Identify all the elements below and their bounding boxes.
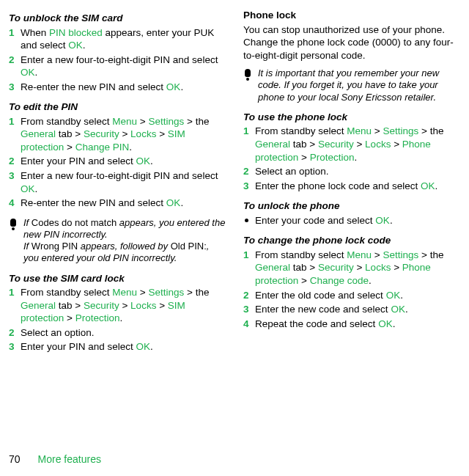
note-remember-code: It is important that you remember your n… [243, 67, 460, 103]
ui-term: Menu [112, 287, 137, 298]
step-number: 1 [9, 115, 15, 128]
bullet-step: Enter your code and select OK. [243, 214, 460, 227]
ui-term: Security [84, 128, 119, 139]
ui-term: OK [136, 341, 151, 352]
ui-term: OK [21, 67, 35, 78]
ui-term: OK [391, 304, 405, 315]
ui-term: OK [68, 40, 83, 51]
ui-term: Change code [310, 275, 369, 286]
step-text: Re-enter the new PIN and select OK. [21, 197, 183, 208]
step-text: When PIN blocked appears, enter your PUK… [21, 27, 214, 51]
step-text: Enter the old code and select OK. [255, 290, 403, 301]
step: 2 Enter a new four-to-eight-digit PIN an… [9, 54, 226, 79]
step-text: Select an option. [21, 327, 95, 338]
ui-term: General [21, 300, 56, 311]
page-footer: 70 More features [0, 453, 101, 466]
ui-term: OK [166, 197, 181, 208]
step-text: From standby select Menu > Settings > th… [21, 287, 209, 323]
steps-sim-lock: 1 From standby select Menu > Settings > … [9, 286, 226, 354]
step-text: Re-enter the new PIN and select OK. [21, 81, 183, 92]
step-text: Enter your code and select OK. [255, 215, 393, 226]
steps-change-code: 1 From standby select Menu > Settings > … [243, 249, 460, 330]
heading-edit-pin: To edit the PIN [9, 100, 226, 114]
ui-term: OK [21, 183, 35, 194]
step: 3 Enter the phone lock code and select O… [243, 180, 460, 193]
step: 3 Re-enter the new PIN and select OK. [9, 81, 226, 94]
ui-term: Change PIN [75, 142, 130, 153]
step: 1 When PIN blocked appears, enter your P… [9, 26, 226, 52]
ui-term: General [255, 262, 290, 273]
ui-term: OK [386, 290, 401, 301]
heading-change-code: To change the phone lock code [243, 234, 460, 247]
note-text: If Codes do not match appears, you enter… [23, 217, 226, 265]
step-number: 4 [243, 318, 249, 331]
step-number: 2 [243, 165, 249, 178]
ui-term: Locks [365, 262, 391, 273]
step-text: Enter a new four-to-eight-digit PIN and … [21, 170, 218, 194]
step-text: Enter your PIN and select OK. [21, 341, 153, 352]
steps-use-phone-lock: 1 From standby select Menu > Settings > … [243, 125, 460, 192]
step: 3 Enter your PIN and select OK. [9, 340, 226, 354]
ui-term: OK [136, 155, 151, 166]
step: 1 From standby select Menu > Settings > … [9, 115, 226, 154]
info-icon [243, 67, 252, 103]
ui-term: Protection [75, 312, 120, 323]
left-column: To unblock the SIM card 1 When PIN block… [9, 9, 226, 361]
step-text: Select an option. [255, 166, 329, 177]
step-number: 3 [243, 180, 249, 193]
step-number: 2 [9, 155, 15, 168]
step-number: 1 [9, 26, 15, 40]
step-number: 4 [9, 197, 15, 210]
ui-term: Menu [347, 249, 372, 260]
step-text: Repeat the code and select OK. [255, 318, 395, 329]
note-text: It is important that you remember your n… [258, 67, 460, 103]
step-number: 1 [243, 249, 249, 262]
page-number: 70 [9, 453, 21, 466]
ui-term: OK [166, 81, 181, 92]
ui-term: Security [318, 139, 354, 150]
ui-term: PIN blocked [49, 27, 103, 38]
step-text: Enter the phone lock code and select OK. [255, 180, 437, 191]
right-column: Phone lock You can stop unauthorized use… [243, 9, 460, 361]
info-icon [9, 217, 18, 265]
step-number: 1 [243, 125, 249, 138]
ui-term: General [21, 128, 56, 139]
step-text: Enter the new code and select OK. [255, 304, 408, 315]
ui-term: Settings [383, 249, 418, 260]
step: 3 Enter the new code and select OK. [243, 303, 460, 316]
ui-term: OK [375, 215, 390, 226]
step: 2 Select an option. [9, 326, 226, 340]
step: 1 From standby select Menu > Settings > … [243, 249, 460, 288]
step-text: Enter a new four-to-eight-digit PIN and … [21, 54, 218, 78]
step: 1 From standby select Menu > Settings > … [243, 125, 460, 164]
ui-term: Protection [310, 152, 355, 163]
ui-term: Settings [383, 125, 418, 136]
heading-unlock-phone: To unlock the phone [243, 199, 460, 213]
step-number: 3 [9, 169, 15, 183]
ui-term: OK [421, 180, 435, 191]
ui-term: OK [378, 318, 393, 329]
step-number: 3 [9, 340, 15, 354]
steps-unblock-sim: 1 When PIN blocked appears, enter your P… [9, 26, 226, 94]
step-number: 2 [243, 289, 249, 302]
ui-term: Security [84, 300, 119, 311]
ui-term: Settings [148, 116, 184, 127]
step: 2 Enter the old code and select OK. [243, 289, 460, 302]
ui-term: Locks [365, 139, 391, 150]
ui-term: Settings [148, 287, 184, 298]
step: 3 Enter a new four-to-eight-digit PIN an… [9, 169, 226, 195]
heading-sim-lock: To use the SIM card lock [9, 272, 226, 285]
heading-phone-lock: Phone lock [243, 9, 460, 22]
step-text: From standby select Menu > Settings > th… [255, 249, 443, 286]
ui-term: Locks [130, 300, 156, 311]
step-number: 2 [9, 326, 15, 340]
ui-term: Menu [347, 125, 372, 136]
ui-term: Locks [130, 128, 156, 139]
step: 2 Select an option. [243, 165, 460, 178]
step-number: 3 [9, 81, 15, 94]
ui-term: Security [318, 262, 354, 273]
heading-unblock-sim: To unblock the SIM card [9, 12, 226, 25]
step-number: 2 [9, 54, 15, 67]
bullet-icon [245, 219, 248, 222]
manual-page: To unblock the SIM card 1 When PIN block… [0, 0, 469, 361]
